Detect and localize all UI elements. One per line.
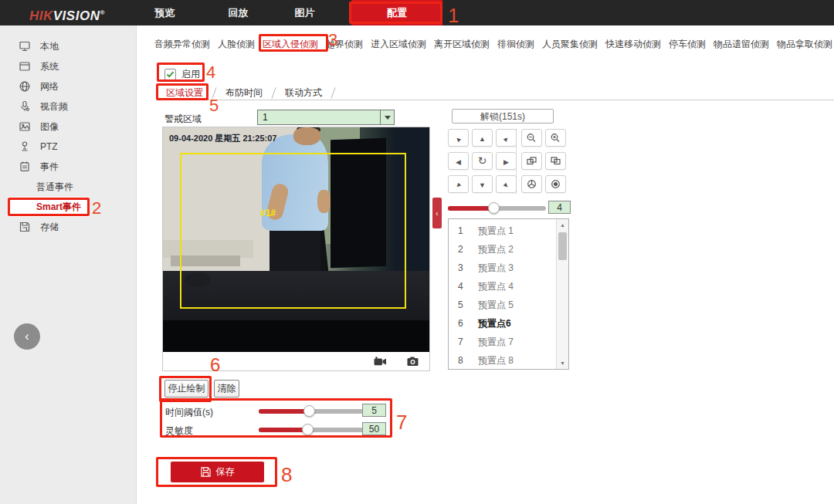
sidebar-item-8[interactable]: 普通事件 (0, 177, 136, 197)
preset-number: 1 (458, 225, 470, 236)
preset-item-8[interactable]: 8预置点 8 (449, 351, 568, 370)
collapse-ptz-panel-handle[interactable]: ‹ (432, 198, 442, 228)
preset-item-2[interactable]: 2预置点 2 (449, 240, 568, 259)
ptz-focus-near-button[interactable] (521, 152, 542, 170)
preset-label: 预置点 7 (478, 336, 514, 349)
sidebar-item-1[interactable]: 本地 (0, 36, 136, 56)
dropdown-arrow-button[interactable] (380, 110, 394, 124)
ptz-iris-open-button[interactable] (545, 175, 566, 193)
ptz-speed-slider-thumb[interactable] (488, 202, 500, 214)
top-menu-item-4[interactable]: 配置 (351, 0, 442, 25)
record-icon[interactable] (374, 357, 387, 367)
top-menu-item-3[interactable]: 图片 (283, 0, 326, 25)
sidebar-item-label: 本地 (40, 40, 59, 53)
video-timestamp: 09-04-2020 星期五 21:25:07 (169, 133, 276, 144)
tab-detection-9[interactable]: 快速移动侦测 (605, 38, 661, 51)
ptz-focus-far-button[interactable] (545, 152, 566, 170)
scrollbar-thumb[interactable] (558, 232, 567, 260)
sidebar-item-label: 图像 (40, 120, 59, 134)
unlock-button[interactable]: 解锁(151s) (452, 109, 554, 123)
top-menu-item-2[interactable]: 回放 (217, 0, 259, 25)
sidebar-item-label: 系统 (40, 60, 59, 73)
sidebar-item-7[interactable]: 事件 (0, 157, 136, 177)
ptz-speed-slider-fill (448, 206, 494, 211)
preset-item-7[interactable]: 7预置点 7 (449, 333, 568, 351)
sidebar-item-3[interactable]: 网络 (0, 76, 136, 96)
tab-detection-2[interactable]: 人脸侦测 (218, 38, 255, 51)
tab-detection-10[interactable]: 停车侦测 (669, 38, 706, 51)
preset-item-5[interactable]: 5预置点 5 (449, 296, 568, 314)
check-icon (166, 70, 175, 79)
subtab-2[interactable]: 布防时间 (218, 86, 270, 100)
preset-list: 1预置点 12预置点 23预置点 34预置点 45预置点 56预置点67预置点 … (448, 218, 569, 370)
annotation-number-7: 7 (396, 412, 407, 432)
preset-item-3[interactable]: 3预置点 3 (449, 259, 568, 277)
ptz-arrow-down-button[interactable]: ▼ (472, 175, 493, 193)
sidebar-item-5[interactable]: 图像 (0, 117, 136, 137)
sidebar-item-10[interactable]: 存储 (0, 217, 136, 237)
tab-detection-1[interactable]: 音频异常侦测 (154, 38, 210, 51)
hikvision-config-page: HIKVISION® 预览回放图片配置 本地系统网络视音频图像PTZ事件普通事件… (0, 0, 834, 504)
preset-number: 7 (458, 337, 470, 347)
chevron-left-icon: ‹ (25, 330, 29, 343)
tab-detection-4[interactable]: 越界侦测 (326, 38, 363, 51)
preset-item-6[interactable]: 6预置点6 (449, 314, 568, 333)
detection-zone-rectangle[interactable] (180, 153, 406, 309)
tab-detection-7[interactable]: 徘徊侦测 (497, 38, 534, 51)
scroll-down-icon[interactable]: ▼ (557, 357, 568, 369)
ptz-arrow-right-button[interactable]: ▶ (496, 152, 517, 170)
subtab-1[interactable]: 区域设置 (158, 86, 211, 100)
clear-button[interactable]: 清除 (214, 380, 239, 397)
ptz-zoom-out-button[interactable] (521, 129, 542, 147)
preset-item-4[interactable]: 4预置点 4 (449, 277, 568, 296)
subtab-separator (271, 87, 276, 98)
scroll-up-icon[interactable]: ▲ (557, 219, 568, 231)
preset-scrollbar[interactable]: ▲ ▼ (556, 219, 568, 369)
ptz-arrow-up-button[interactable]: ▲ (472, 129, 493, 147)
preset-number: 3 (458, 262, 470, 273)
tab-detection-3[interactable]: 区域入侵侦测 (263, 38, 318, 51)
tab-detection-5[interactable]: 进入区域侦测 (371, 38, 426, 51)
tab-detection-11[interactable]: 物品遗留侦测 (714, 38, 769, 51)
ptz-arrow-down-right-button[interactable]: ▼ (496, 175, 517, 193)
subtab-3[interactable]: 联动方式 (277, 86, 330, 100)
arrow-down-left-icon: ▼ (455, 179, 462, 190)
alert-region-select[interactable]: 1 (257, 110, 395, 125)
subtab-separator (331, 87, 335, 98)
monitor-icon (19, 40, 31, 52)
ptz-zoom-in-button[interactable] (545, 129, 566, 147)
save-button[interactable]: 保存 (171, 462, 264, 482)
image-icon (19, 120, 31, 133)
annotation-number-4: 4 (206, 64, 215, 81)
preset-number: 6 (458, 318, 470, 329)
live-video-preview[interactable]: 09-04-2020 星期五 21:25:07 #1# (163, 127, 429, 352)
sensitivity-slider-thumb[interactable] (302, 424, 314, 435)
sidebar-item-label: PTZ (40, 141, 58, 152)
enable-checkbox[interactable] (164, 69, 176, 80)
top-menu-item-1[interactable]: 预览 (144, 0, 186, 25)
sidebar-item-4[interactable]: 视音频 (0, 96, 136, 117)
time-threshold-value: 5 (362, 404, 386, 417)
preset-label: 预置点 8 (478, 354, 514, 367)
ptz-arrow-left-button[interactable]: ◀ (448, 152, 469, 170)
tab-detection-12[interactable]: 物品拿取侦测 (777, 38, 832, 51)
arrow-right-icon: ▶ (503, 156, 509, 167)
tab-detection-8[interactable]: 人员聚集侦测 (542, 38, 598, 51)
sidebar-item-9[interactable]: Smart事件 (8, 197, 90, 217)
ptz-arrow-up-left-button[interactable]: ▲ (448, 129, 469, 147)
sidebar-item-6[interactable]: PTZ (0, 137, 136, 157)
preset-item-1[interactable]: 1预置点 1 (449, 222, 568, 240)
sidebar-item-label: 事件 (40, 161, 59, 174)
time-threshold-slider-thumb[interactable] (303, 405, 315, 417)
tab-detection-6[interactable]: 离开区域侦测 (434, 38, 490, 51)
ptz-auto-scan-button[interactable]: ↻ (472, 152, 493, 170)
collapse-sidebar-button[interactable]: ‹ (14, 323, 40, 350)
ptz-arrow-up-right-button[interactable]: ▲ (496, 129, 517, 147)
ptz-iris-close-button[interactable] (521, 175, 542, 193)
preset-number: 8 (458, 355, 470, 366)
sidebar-item-2[interactable]: 系统 (0, 56, 136, 76)
ptz-arrow-down-left-button[interactable]: ▼ (448, 175, 469, 193)
network-icon (19, 80, 31, 93)
stop-drawing-button[interactable]: 停止绘制 (164, 380, 208, 397)
snapshot-icon[interactable] (407, 357, 419, 367)
